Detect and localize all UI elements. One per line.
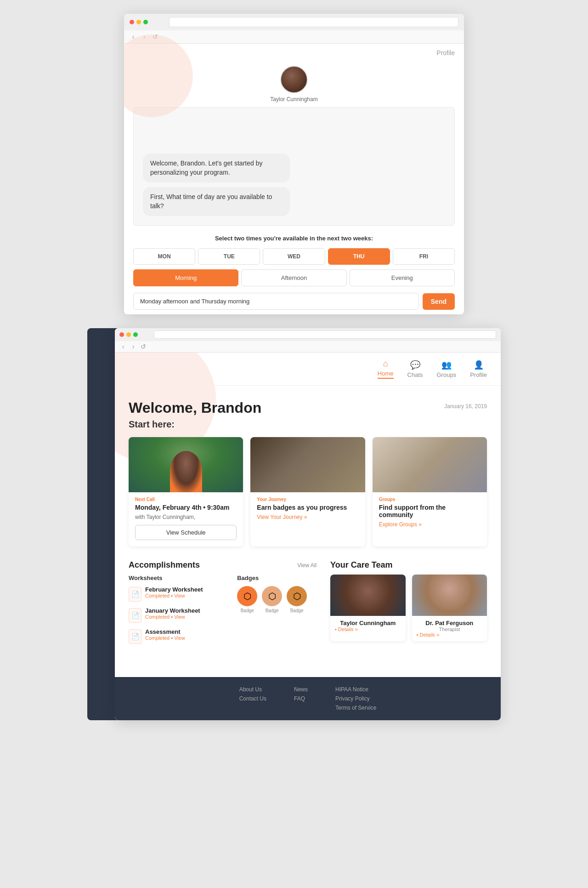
worksheet-name-2: January Worksheet [145,607,228,614]
footer-privacy[interactable]: Privacy Policy [335,695,376,702]
card-tag-3: Groups [379,497,481,502]
card-groups[interactable]: Groups Find support from the community E… [373,437,487,546]
worksheet-icon-3: 📄 [129,629,141,644]
refresh-button-2[interactable]: ↺ [140,343,147,350]
availability-section: Select two times you're available in the… [124,226,464,314]
footer-news[interactable]: News [294,686,308,693]
day-fri[interactable]: FRI [393,248,455,265]
worksheet-info-1: February Worksheet Completed • View [145,586,228,598]
footer-about[interactable]: About Us [239,686,266,693]
day-thu[interactable]: THU [328,248,390,265]
chat-messages: Welcome, Brandon. Let's get started by p… [143,154,445,216]
profile-link[interactable]: Profile [124,44,464,57]
day-wed[interactable]: WED [263,248,325,265]
nav-home[interactable]: ⌂ Home [378,359,394,379]
nav-groups[interactable]: 👥 Groups [437,360,457,378]
worksheet-view-3[interactable]: View [174,635,185,641]
welcome-title: Welcome, Brandon [129,399,261,416]
worksheet-info-2: January Worksheet Completed • View [145,607,228,620]
close-dot-2[interactable] [119,332,124,337]
url-bar-1[interactable] [169,17,458,27]
worksheet-icon-2: 📄 [129,608,141,623]
back-button-2[interactable]: ‹ [119,343,127,350]
window1-browser: ‹ › ↺ Profile Taylor Cunningham Welcome,… [124,14,464,314]
card-body-3: Groups Find support from the community E… [373,492,487,534]
window-controls [130,20,148,24]
card-title-2: Earn badges as you progress [257,504,358,511]
day-mon[interactable]: MON [133,248,195,265]
worksheet-status-1: Completed • View [145,593,228,598]
footer-col-2: News FAQ [294,686,308,711]
badge-circle-1: ⬡ [237,586,257,606]
card-title-3: Find support from the community [379,504,481,518]
worksheet-view-2[interactable]: View [174,614,185,620]
card-tag-1: Next Call [135,497,237,502]
nav-chats[interactable]: 💬 Chats [407,360,423,378]
badge-circle-3: ⬡ [287,586,307,606]
time-afternoon[interactable]: Afternoon [241,269,346,286]
worksheet-view-1[interactable]: View [174,593,185,598]
chat-header: Taylor Cunningham [124,57,464,107]
welcome-date: January 16, 2019 [444,403,487,410]
chat-window: Welcome, Brandon. Let's get started by p… [133,107,455,226]
footer-faq[interactable]: FAQ [294,695,308,702]
groups-link[interactable]: Explore Groups » [379,521,481,528]
care-member-1[interactable]: Taylor Cunningham • Details » [330,575,405,641]
minimize-dot[interactable] [136,20,141,24]
worksheet-item-1: 📄 February Worksheet Completed • View [129,586,228,602]
footer-contact[interactable]: Contact Us [239,695,266,702]
maximize-dot-2[interactable] [133,332,138,337]
badge-label-3: Badge [290,608,304,613]
badge-label-1: Badge [241,608,254,613]
window1-body: Profile Taylor Cunningham Welcome, Brand… [124,44,464,314]
home-icon: ⌂ [383,359,388,369]
chat-input-row: Send [133,293,455,310]
titlebar2 [115,328,501,341]
time-evening[interactable]: Evening [350,269,455,286]
chats-icon: 💬 [410,360,420,370]
titlebar1 [124,14,464,30]
time-morning[interactable]: Morning [133,269,238,286]
view-schedule-button[interactable]: View Schedule [135,525,237,540]
send-button[interactable]: Send [423,293,455,310]
maximize-dot[interactable] [143,20,148,24]
view-all-link[interactable]: View All [297,562,317,569]
worksheet-status-3: Completed • View [145,635,228,641]
browser-nav2: ‹ › ↺ [115,341,501,353]
chat-input[interactable] [133,293,419,310]
card-image-2 [250,437,365,492]
time-selector: Morning Afternoon Evening [133,269,455,286]
card-tag-2: Your Journey [257,497,358,502]
chat-bubble-1: Welcome, Brandon. Let's get started by p… [143,154,290,182]
care-member-2[interactable]: Dr. Pat Ferguson Therapist • Details » [412,575,487,641]
main-content: Welcome, Brandon January 16, 2019 Start … [115,386,501,677]
site-footer: About Us Contact Us News FAQ HIPAA Notic… [115,677,501,720]
card-image-1 [129,437,243,492]
day-tue[interactable]: TUE [198,248,260,265]
close-dot[interactable] [130,20,134,24]
card-journey[interactable]: Your Journey Earn badges as you progress… [250,437,365,546]
footer-terms[interactable]: Terms of Service [335,705,376,711]
badge-item-1: ⬡ Badge [237,586,257,613]
card-body-1: Next Call Monday, February 4th • 9:30am … [129,492,243,546]
worksheet-icon-1: 📄 [129,587,141,602]
minimize-dot-2[interactable] [126,332,131,337]
forward-button-2[interactable]: › [130,343,137,350]
accomplishments-title: Accomplishments [129,560,200,570]
footer-hipaa[interactable]: HIPAA Notice [335,686,376,693]
footer-col-1: About Us Contact Us [239,686,266,711]
window2-browser: ‹ › ↺ ⌂ Home 💬 Chats 👥 Groups [115,328,501,720]
cards-row: Next Call Monday, February 4th • 9:30am … [129,437,487,546]
worksheet-status-text-1: Completed [145,593,170,598]
care-team-header: Your Care Team [330,560,487,570]
card-next-call[interactable]: Next Call Monday, February 4th • 9:30am … [129,437,243,546]
care-link-1[interactable]: • Details » [335,626,401,632]
badge-circle-2: ⬡ [262,586,282,606]
worksheet-item-2: 📄 January Worksheet Completed • View [129,607,228,623]
care-link-2[interactable]: • Details » [417,632,482,638]
journey-link[interactable]: View Your Journey » [257,514,358,520]
nav-groups-label: Groups [437,371,457,378]
nav-profile[interactable]: 👤 Profile [470,360,487,378]
url-bar-2[interactable] [154,330,496,339]
nav-chats-label: Chats [407,371,423,378]
